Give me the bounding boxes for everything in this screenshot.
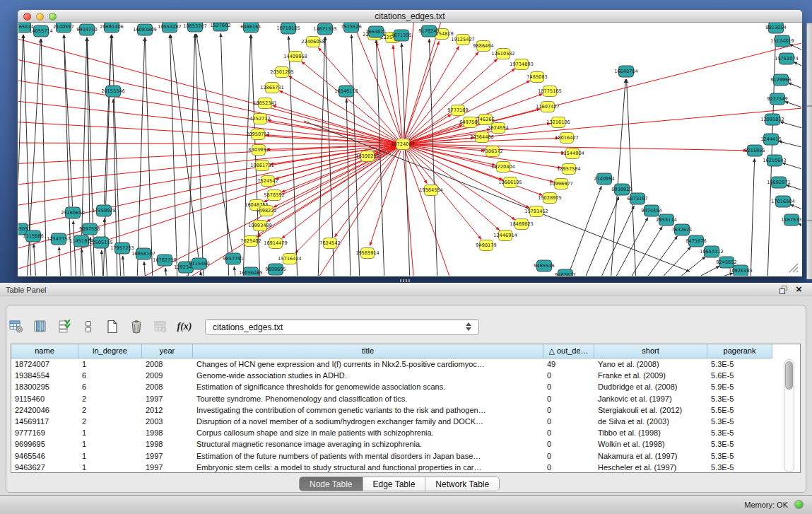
table-row[interactable]: 1872400712008Changes of HCN gene express… (11, 358, 772, 370)
red-edge[interactable] (370, 151, 401, 246)
table-row[interactable]: 1938455462009Genome-wide association stu… (11, 370, 772, 381)
black-edge[interactable] (788, 83, 801, 89)
table-row[interactable]: 2242004622012Investigating the contribut… (11, 404, 772, 416)
black-edge[interactable] (102, 250, 103, 276)
column-header-name[interactable]: name (11, 344, 78, 358)
tab-network-table[interactable]: Network Table (425, 477, 499, 491)
close-panel-icon[interactable]: × (796, 283, 802, 296)
node-label: 9097588 (79, 226, 100, 232)
black-edge[interactable] (234, 267, 236, 276)
red-edge[interactable] (18, 143, 396, 144)
black-edge[interactable] (786, 185, 801, 191)
red-edge[interactable] (407, 149, 481, 240)
select-columns-button[interactable] (57, 319, 72, 334)
black-edge[interactable] (187, 275, 188, 276)
citation-network-graph[interactable]: 1872400722406058144099582030129512865731… (18, 23, 801, 276)
black-edge[interactable] (59, 247, 61, 276)
red-edge[interactable] (408, 81, 530, 141)
window-titlebar[interactable]: citations_edges.txt (18, 10, 802, 23)
modify-table-mode-button[interactable] (8, 319, 24, 334)
table-cell: 6 (78, 370, 142, 381)
scrollbar-thumb[interactable] (785, 361, 793, 390)
panel-splitter-handle[interactable] (400, 279, 410, 282)
table-row[interactable]: 946362711997Embryonic stem cells: a mode… (11, 462, 772, 473)
black-edge[interactable] (673, 257, 705, 276)
node-label: 9498179 (476, 243, 496, 248)
black-edge[interactable] (165, 268, 167, 276)
column-header-title[interactable]: title (193, 344, 543, 358)
black-edge[interactable] (429, 39, 437, 276)
column-header-year[interactable]: year (142, 344, 193, 358)
black-edge[interactable] (789, 45, 801, 51)
node-label: 10996977 (549, 181, 573, 187)
node-label: 19384554 (419, 187, 443, 193)
node-label: 17957253 (110, 245, 134, 251)
node-label: 746266 (476, 117, 494, 122)
black-edge[interactable] (790, 204, 801, 210)
canvas-resize-grip-icon[interactable] (787, 262, 799, 273)
black-edge[interactable] (34, 244, 36, 276)
red-edge[interactable] (18, 146, 396, 250)
black-edge[interactable] (628, 226, 662, 276)
column-header-out_de[interactable]: △ out_de… (543, 344, 594, 358)
black-edge[interactable] (123, 256, 124, 276)
table-row[interactable]: 1456911722003Disruption of a novel membe… (11, 416, 772, 427)
show-columns-button[interactable] (33, 319, 48, 334)
column-header-short[interactable]: short (594, 344, 707, 358)
table-row[interactable]: 1830029562008Estimation of significance … (11, 381, 772, 392)
black-edge[interactable] (565, 186, 601, 276)
function-builder-button[interactable]: f(x) (177, 319, 192, 334)
black-edge[interactable] (782, 163, 801, 170)
table-selector-dropdown[interactable]: citations_edges.txt (205, 319, 479, 335)
red-edge[interactable] (318, 47, 399, 139)
vertical-scrollbar[interactable] (784, 359, 794, 472)
column-header-in_degree[interactable]: in_degree (78, 344, 142, 358)
red-edge[interactable] (18, 145, 396, 185)
node-label: 12865731 (260, 85, 284, 90)
tab-edge-table[interactable]: Edge Table (363, 477, 426, 491)
network-canvas[interactable]: 1872400722406058144099582030129512865731… (18, 23, 801, 276)
red-edge[interactable] (405, 23, 442, 138)
black-edge[interactable] (201, 271, 202, 276)
black-edge[interactable] (137, 37, 145, 276)
black-edge[interactable] (779, 141, 801, 148)
tab-node-table[interactable]: Node Table (300, 477, 363, 491)
table-row[interactable]: 969969511998Structural magnetic resonanc… (11, 438, 772, 450)
delete-table-button[interactable] (153, 319, 168, 334)
black-edge[interactable] (73, 221, 76, 276)
black-edge[interactable] (170, 35, 199, 257)
table-row[interactable]: 977716911998Corpus callosum shape and si… (11, 427, 772, 438)
black-edge[interactable] (613, 218, 648, 276)
black-edge[interactable] (627, 79, 636, 276)
black-edge[interactable] (794, 62, 801, 68)
column-header-pagerank[interactable]: pagerank (707, 344, 772, 358)
node-label: 4252712 (249, 116, 270, 122)
black-edge[interactable] (144, 262, 146, 276)
black-edge[interactable] (220, 33, 229, 276)
row-options-button[interactable] (81, 319, 96, 334)
black-edge[interactable] (751, 158, 755, 276)
node-label: 9886494 (473, 43, 493, 49)
table-row[interactable]: 911546021997Tourette syndrome. Phenomeno… (11, 393, 772, 404)
black-edge[interactable] (643, 236, 677, 276)
black-edge[interactable] (41, 39, 47, 276)
black-edge[interactable] (82, 249, 83, 276)
table-row[interactable]: 946554611997Estimation of the future num… (11, 450, 772, 462)
black-edge[interactable] (780, 122, 801, 129)
node-label: 18724007 (391, 141, 415, 147)
black-edge[interactable] (104, 35, 111, 204)
black-edge[interactable] (784, 102, 801, 108)
black-edge[interactable] (18, 35, 23, 276)
black-edge[interactable] (599, 206, 634, 276)
node-label: 10553287 (158, 24, 182, 30)
red-edge[interactable] (281, 146, 396, 192)
create-column-button[interactable] (105, 319, 120, 334)
panel-expand-arrow-icon[interactable]: ▶ (1, 245, 5, 251)
black-edge[interactable] (170, 35, 177, 276)
black-edge[interactable] (657, 247, 690, 276)
delete-column-button[interactable] (129, 319, 144, 334)
collapsed-right-panel-strip[interactable] (806, 23, 812, 279)
black-edge[interactable] (583, 197, 619, 276)
float-panel-icon[interactable] (779, 286, 789, 295)
app-root: ▶ citations_edges.txt 187240072240605814… (0, 0, 812, 514)
